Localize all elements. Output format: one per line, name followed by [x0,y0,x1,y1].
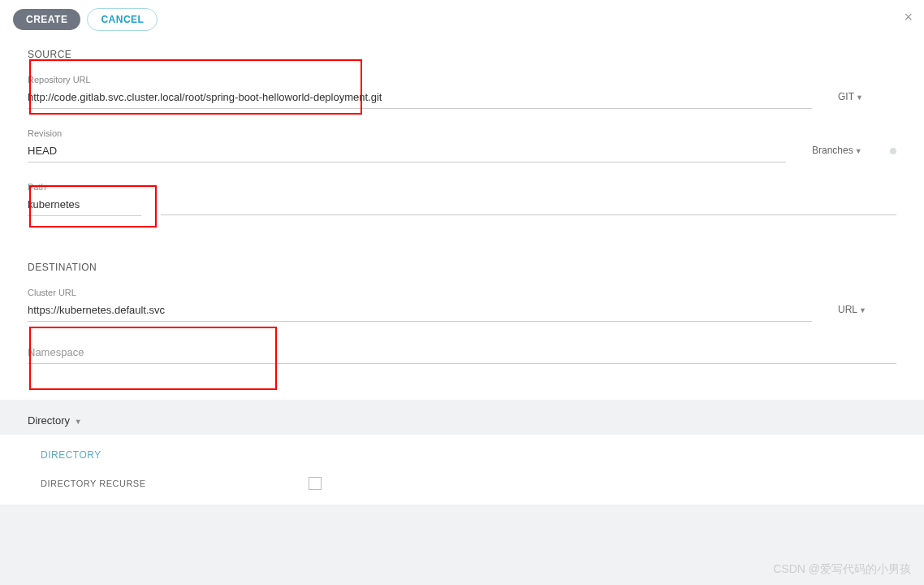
cluster-url-label: Cluster URL [28,288,812,297]
caret-down-icon: ▼ [855,147,862,155]
source-title: SOURCE [28,49,896,60]
revision-field: Revision [28,128,786,162]
directory-type-dropdown[interactable]: Directory ▼ [0,400,924,435]
recurse-checkbox[interactable] [309,477,322,490]
repository-url-label: Repository URL [28,75,812,84]
repo-type-dropdown[interactable]: GIT▼ [831,91,896,109]
status-indicator-icon [890,148,896,154]
watermark-text: CSDN @爱写代码的小男孩 [773,562,911,577]
path-field: Path [28,182,141,216]
repository-url-field: Repository URL [28,75,812,109]
cluster-type-dropdown[interactable]: URL▼ [831,304,896,322]
create-button[interactable]: CREATE [13,9,80,30]
cancel-button[interactable]: CANCEL [87,8,158,31]
cluster-url-input[interactable] [28,299,812,322]
caret-down-icon: ▼ [856,93,863,102]
directory-section: DIRECTORY DIRECTORY RECURSE [0,435,924,505]
namespace-field [28,341,896,364]
path-label: Path [28,182,141,192]
directory-title: DIRECTORY [41,449,883,461]
close-icon[interactable]: × [904,10,913,24]
caret-down-icon: ▼ [75,418,82,426]
destination-section: DESTINATION Cluster URL URL▼ [0,252,924,388]
recurse-label: DIRECTORY RECURSE [41,479,146,488]
revision-label: Revision [28,128,786,138]
revision-type-dropdown[interactable]: Branches▼ [805,145,870,162]
cluster-url-field: Cluster URL [28,288,812,322]
revision-input[interactable] [28,140,786,162]
source-section: SOURCE Repository URL GIT▼ Revision Bran… [0,39,924,240]
namespace-input[interactable] [28,341,896,364]
dialog-header: CREATE CANCEL × [0,0,924,39]
caret-down-icon: ▼ [859,306,866,314]
repository-url-input[interactable] [28,86,812,109]
destination-title: DESTINATION [28,262,896,273]
path-input[interactable] [28,193,141,216]
